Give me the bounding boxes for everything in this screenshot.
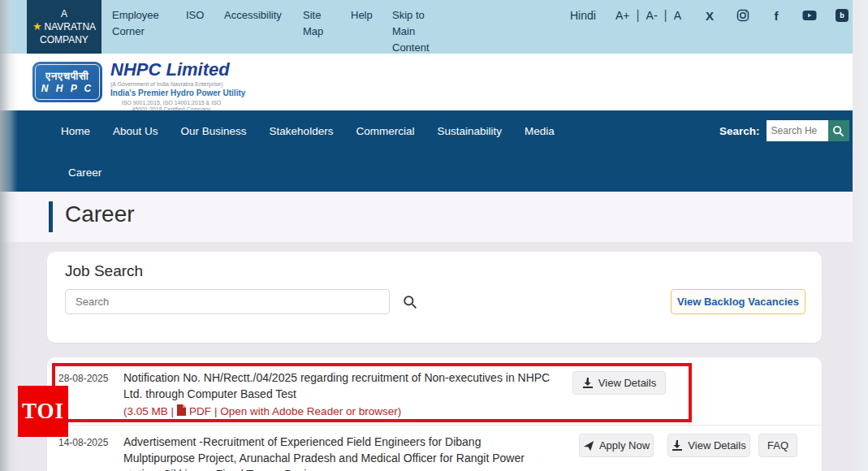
listing-title: Notification No. NH/Rectt./04/2025 regar… — [123, 369, 555, 402]
nav-item-media[interactable]: Media — [525, 125, 555, 137]
font-decrease-button[interactable]: A- — [646, 9, 658, 22]
nhpc-logo[interactable]: एनएचपीसी N H P C — [32, 62, 102, 102]
nav-item-sustainability[interactable]: Sustainability — [437, 125, 502, 137]
nhpc-career-page: A ★NAVRATNA COMPANY Employee Corner ISO … — [0, 0, 868, 471]
apply-now-button[interactable]: Apply Now — [579, 434, 654, 457]
navratna-company-badge: A ★NAVRATNA COMPANY — [27, 0, 101, 54]
x-twitter-icon[interactable]: X — [702, 8, 717, 23]
pdf-icon — [176, 404, 187, 418]
listing-row: 28-08-2025 Notification No. NH/Rectt./04… — [47, 369, 822, 425]
font-normal-button[interactable]: A — [674, 9, 681, 22]
site-map-link[interactable]: Site Map — [303, 7, 337, 56]
company-subtitle: (A Government of India Navratna Enterpri… — [110, 81, 245, 87]
page-title-band: Career — [0, 192, 853, 242]
social-icons: X f b — [702, 8, 849, 23]
faq-button[interactable]: FAQ — [758, 434, 797, 457]
view-details-button[interactable]: View Details — [572, 371, 666, 395]
job-search-input[interactable] — [65, 289, 390, 314]
toi-watermark: TOI — [18, 386, 68, 437]
accessibility-link[interactable]: Accessibility — [224, 7, 289, 56]
logo-latin-text: N H P C — [41, 83, 94, 94]
site-search-input[interactable] — [767, 120, 828, 141]
nav-item-our-business[interactable]: Our Business — [181, 125, 247, 137]
youtube-icon[interactable] — [802, 8, 817, 23]
job-search-heading: Job Search — [65, 262, 143, 280]
nav-menu-row: Home About Us Our Business Stakeholders … — [61, 125, 555, 137]
logo-devanagari-text: एनएचपीसी — [45, 70, 89, 83]
badge-line3: COMPANY — [40, 33, 89, 46]
utility-links: Employee Corner ISO Accessibility Site M… — [112, 7, 444, 56]
nav-item-commercial[interactable]: Commercial — [356, 125, 414, 137]
header-logo-band: एनएचपीसी N H P C NHPC Limited (A Governm… — [0, 54, 853, 110]
nav-item-stakeholders[interactable]: Stakeholders — [270, 125, 334, 137]
star-icon: ★ — [32, 20, 42, 32]
hindi-language-link[interactable]: Hindi — [570, 9, 596, 22]
page-title: Career — [65, 201, 135, 227]
nav-item-home[interactable]: Home — [61, 125, 90, 137]
font-increase-button[interactable]: A+ — [615, 9, 630, 22]
company-name: NHPC Limited — [110, 61, 245, 79]
site-search-button[interactable] — [828, 120, 849, 141]
listing-date: 14-08-2025 — [58, 437, 108, 448]
help-link[interactable]: Help — [351, 7, 378, 56]
divider: | — [664, 8, 667, 23]
site-search: Search: — [719, 120, 849, 141]
job-search-button[interactable] — [400, 292, 420, 312]
badge-line2: ★NAVRATNA — [32, 20, 96, 33]
org-identity: NHPC Limited (A Government of India Navr… — [110, 61, 245, 113]
facebook-icon[interactable]: f — [769, 8, 784, 23]
view-backlog-vacancies-button[interactable]: View Backlog Vacancies — [671, 289, 805, 314]
blogger-icon[interactable]: b — [836, 9, 849, 22]
divider: | — [636, 8, 639, 23]
instagram-icon[interactable] — [736, 8, 750, 23]
view-details-button[interactable]: View Details — [667, 434, 750, 457]
listing-title: Advertisement -Recruitment of Experience… — [123, 434, 555, 471]
photo-edge-right — [853, 0, 868, 471]
listing-date: 28-08-2025 — [58, 373, 108, 384]
listing-row: 14-08-2025 Advertisement -Recruitment of… — [47, 434, 822, 471]
job-search-card: Job Search View Backlog Vacancies — [47, 252, 822, 343]
nav-item-career[interactable]: Career — [68, 166, 101, 179]
row-divider — [47, 425, 822, 426]
badge-line1: A — [61, 7, 67, 20]
iso-link[interactable]: ISO — [186, 7, 210, 56]
company-tagline: India's Premier Hydro Power Utility — [110, 89, 245, 97]
listing-file-meta: (3.05 MB | PDF | Open with Adobe Reader … — [123, 404, 401, 418]
employee-corner-link[interactable]: Employee Corner — [112, 7, 172, 56]
topbar-right-cluster: Hindi A+ | A- | A X f b — [570, 8, 849, 23]
nav-item-about-us[interactable]: About Us — [113, 125, 158, 137]
top-utility-bar: A ★NAVRATNA COMPANY Employee Corner ISO … — [0, 0, 853, 54]
skip-to-main-content-link[interactable]: Skip to Main Content — [392, 7, 444, 56]
search-label: Search: — [719, 125, 760, 137]
title-accent-bar — [49, 201, 53, 232]
job-listings-card: 28-08-2025 Notification No. NH/Rectt./04… — [47, 357, 822, 471]
nav-menu-row2: Career — [68, 165, 101, 179]
pdf-link[interactable]: PDF — [189, 405, 211, 417]
main-navigation: Home About Us Our Business Stakeholders … — [0, 110, 853, 192]
